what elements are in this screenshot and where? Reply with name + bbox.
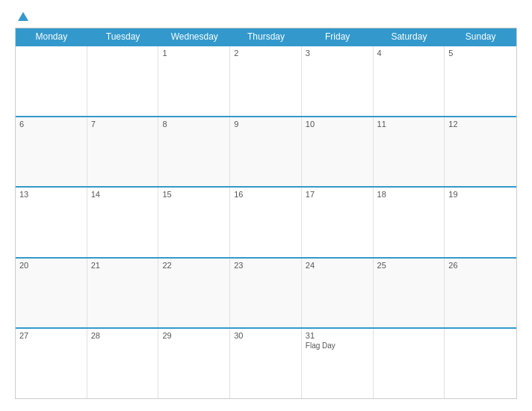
day-number: 8 xyxy=(162,120,226,129)
calendar-cell: 10 xyxy=(302,117,374,187)
day-number: 31 xyxy=(306,331,369,340)
day-header-thursday: Thursday xyxy=(230,28,302,45)
calendar-body: 1234567891011121314151617181920212223242… xyxy=(16,45,516,398)
day-event: Flag Day xyxy=(306,342,369,350)
calendar-cell: 30 xyxy=(230,329,302,398)
day-number: 30 xyxy=(234,331,297,340)
day-number: 15 xyxy=(162,190,226,199)
calendar-cell: 29 xyxy=(158,329,230,398)
calendar-cell: 31Flag Day xyxy=(302,329,374,398)
day-number: 29 xyxy=(162,331,226,340)
calendar-week-1: 12345 xyxy=(16,45,516,116)
day-number: 19 xyxy=(448,190,513,199)
day-number: 22 xyxy=(162,261,226,270)
day-number: 26 xyxy=(448,261,513,270)
calendar-cell: 19 xyxy=(445,188,516,257)
calendar-cell: 23 xyxy=(230,259,302,328)
day-number: 11 xyxy=(377,120,441,129)
calendar-cell: 14 xyxy=(87,188,159,257)
calendar-cell: 24 xyxy=(302,259,374,328)
calendar-cell: 13 xyxy=(16,188,87,257)
calendar-header: MondayTuesdayWednesdayThursdayFridaySatu… xyxy=(16,28,516,45)
calendar-cell: 7 xyxy=(87,117,159,187)
day-number: 21 xyxy=(91,261,155,270)
calendar-cell: 5 xyxy=(445,46,516,116)
calendar-cell: 28 xyxy=(87,329,159,398)
calendar-cell xyxy=(374,329,445,398)
calendar-cell: 3 xyxy=(302,46,374,116)
calendar-cell: 15 xyxy=(158,188,230,257)
day-number: 3 xyxy=(306,49,369,58)
day-number: 28 xyxy=(91,331,155,340)
day-number: 7 xyxy=(91,120,155,129)
calendar-cell: 11 xyxy=(374,117,445,187)
day-header-monday: Monday xyxy=(16,28,87,45)
calendar-cell: 17 xyxy=(302,188,374,257)
day-number: 13 xyxy=(19,190,83,199)
day-number: 25 xyxy=(377,261,441,270)
calendar-cell: 8 xyxy=(158,117,230,187)
calendar-cell xyxy=(16,46,87,116)
day-header-wednesday: Wednesday xyxy=(158,28,230,45)
calendar-cell: 9 xyxy=(230,117,302,187)
logo xyxy=(15,12,28,22)
day-header-friday: Friday xyxy=(302,28,374,45)
calendar-cell: 1 xyxy=(158,46,230,116)
day-number: 14 xyxy=(91,190,155,199)
calendar-cell: 22 xyxy=(158,259,230,328)
day-number: 18 xyxy=(377,190,441,199)
calendar-cell: 21 xyxy=(87,259,159,328)
day-number: 10 xyxy=(306,120,369,129)
calendar-cell: 25 xyxy=(374,259,445,328)
day-number: 23 xyxy=(234,261,297,270)
calendar-week-5: 2728293031Flag Day xyxy=(16,327,516,398)
calendar-cell: 12 xyxy=(445,117,516,187)
calendar-cell: 2 xyxy=(230,46,302,116)
day-header-sunday: Sunday xyxy=(445,28,516,45)
day-number: 24 xyxy=(306,261,369,270)
logo-triangle-icon xyxy=(18,12,28,21)
day-number: 12 xyxy=(448,120,513,129)
calendar-cell: 6 xyxy=(16,117,87,187)
calendar-cell: 18 xyxy=(374,188,445,257)
day-header-saturday: Saturday xyxy=(374,28,445,45)
day-number: 4 xyxy=(377,49,441,58)
calendar-page: MondayTuesdayWednesdayThursdayFridaySatu… xyxy=(0,0,532,411)
day-number: 17 xyxy=(306,190,369,199)
calendar-cell xyxy=(87,46,159,116)
calendar-week-4: 20212223242526 xyxy=(16,257,516,328)
day-number: 1 xyxy=(162,49,226,58)
day-number: 20 xyxy=(19,261,83,270)
day-number: 9 xyxy=(234,120,297,129)
calendar-cell: 20 xyxy=(16,259,87,328)
day-number: 5 xyxy=(448,49,513,58)
day-header-tuesday: Tuesday xyxy=(87,28,159,45)
calendar-week-3: 13141516171819 xyxy=(16,186,516,257)
calendar-week-2: 6789101112 xyxy=(16,116,516,187)
day-number: 6 xyxy=(19,120,83,129)
day-number: 27 xyxy=(19,331,83,340)
calendar-cell: 16 xyxy=(230,188,302,257)
calendar-grid: MondayTuesdayWednesdayThursdayFridaySatu… xyxy=(15,28,517,399)
calendar-cell: 27 xyxy=(16,329,87,398)
calendar-cell xyxy=(445,329,516,398)
day-number: 16 xyxy=(234,190,297,199)
header xyxy=(15,12,517,22)
day-number: 2 xyxy=(234,49,297,58)
calendar-cell: 4 xyxy=(374,46,445,116)
calendar-cell: 26 xyxy=(445,259,516,328)
